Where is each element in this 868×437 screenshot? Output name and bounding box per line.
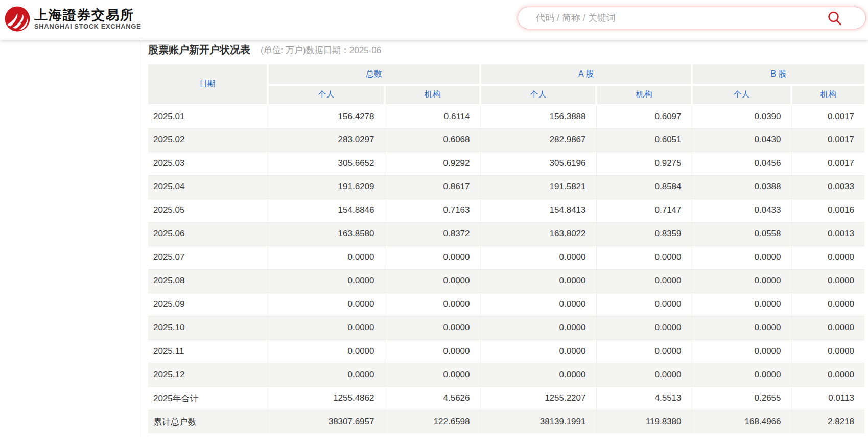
header-a-institution: 机构 — [596, 85, 692, 105]
value-cell: 0.0000 — [692, 293, 791, 316]
logo-text: 上海證券交易所 SHANGHAI STOCK EXCHANGE — [34, 8, 141, 30]
value-cell: 2.8218 — [791, 410, 864, 433]
value-cell: 0.8372 — [385, 222, 480, 246]
value-cell: 0.0000 — [596, 293, 692, 316]
logo-title-cn: 上海證券交易所 — [34, 8, 141, 22]
value-cell: 0.0000 — [480, 293, 596, 316]
value-cell: 305.6196 — [480, 152, 596, 175]
value-cell: 154.8413 — [480, 199, 596, 222]
value-cell: 0.9292 — [385, 152, 480, 175]
value-cell: 0.2655 — [692, 386, 791, 410]
date-cell: 2025.11 — [148, 339, 268, 363]
date-cell: 累计总户数 — [148, 410, 268, 433]
table-row: 2025.070.00000.00000.00000.00000.00000.0… — [148, 246, 864, 269]
value-cell: 191.6209 — [268, 175, 385, 199]
value-cell: 0.0000 — [791, 246, 864, 269]
table-row: 2025.03305.66520.9292305.61960.92750.045… — [148, 152, 864, 175]
value-cell: 0.0000 — [791, 316, 864, 339]
value-cell: 0.0000 — [596, 269, 692, 293]
value-cell: 119.8380 — [596, 410, 692, 433]
value-cell: 0.6097 — [596, 105, 692, 128]
value-cell: 0.0000 — [385, 293, 480, 316]
value-cell: 0.6114 — [385, 105, 480, 128]
date-cell: 2025.12 — [148, 363, 268, 386]
value-cell: 0.0000 — [268, 316, 385, 339]
value-cell: 168.4966 — [692, 410, 791, 433]
date-cell: 2025.04 — [148, 175, 268, 199]
value-cell: 0.0000 — [791, 339, 864, 363]
value-cell: 156.3888 — [480, 105, 596, 128]
value-cell: 163.8580 — [268, 222, 385, 246]
value-cell: 38139.1991 — [480, 410, 596, 433]
value-cell: 1255.2207 — [480, 386, 596, 410]
value-cell: 0.0017 — [791, 105, 864, 128]
table-row: 2025.110.00000.00000.00000.00000.00000.0… — [148, 339, 864, 363]
date-cell: 2025.03 — [148, 152, 268, 175]
table-row: 2025年合计1255.48624.56261255.22074.55130.2… — [148, 386, 864, 410]
value-cell: 1255.4862 — [268, 386, 385, 410]
value-cell: 0.0013 — [791, 222, 864, 246]
header-b-institution: 机构 — [791, 85, 864, 105]
date-cell: 2025.07 — [148, 246, 268, 269]
value-cell: 282.9867 — [480, 128, 596, 152]
date-cell: 2025.05 — [148, 199, 268, 222]
value-cell: 122.6598 — [385, 410, 480, 433]
search-box — [518, 7, 866, 29]
search-button[interactable] — [827, 10, 843, 27]
title-bar: 股票账户新开户状况表 (单位: 万户)数据日期：2025-06 — [148, 43, 864, 64]
sse-logo[interactable]: 上海證券交易所 SHANGHAI STOCK EXCHANGE — [4, 6, 141, 32]
date-cell: 2025.01 — [148, 105, 268, 128]
value-cell: 283.0297 — [268, 128, 385, 152]
value-cell: 0.0017 — [791, 152, 864, 175]
header-group-total: 总数 — [268, 64, 480, 85]
value-cell: 0.0000 — [692, 316, 791, 339]
header-group-a-share: A 股 — [480, 64, 692, 85]
value-cell: 0.0000 — [692, 339, 791, 363]
header-date: 日期 — [148, 64, 268, 105]
date-cell: 2025年合计 — [148, 386, 268, 410]
table-row: 2025.090.00000.00000.00000.00000.00000.0… — [148, 293, 864, 316]
table-row: 2025.01156.42780.6114156.38880.60970.039… — [148, 105, 864, 128]
value-cell: 0.0016 — [791, 199, 864, 222]
table-row: 2025.100.00000.00000.00000.00000.00000.0… — [148, 316, 864, 339]
value-cell: 156.4278 — [268, 105, 385, 128]
search-icon — [827, 10, 843, 27]
value-cell: 0.0558 — [692, 222, 791, 246]
value-cell: 0.0000 — [268, 246, 385, 269]
header-b-personal: 个人 — [692, 85, 791, 105]
value-cell: 0.0017 — [791, 128, 864, 152]
table-row: 2025.080.00000.00000.00000.00000.00000.0… — [148, 269, 864, 293]
value-cell: 154.8846 — [268, 199, 385, 222]
page-subtitle: (单位: 万户)数据日期：2025-06 — [261, 44, 381, 56]
value-cell: 0.7147 — [596, 199, 692, 222]
value-cell: 0.0033 — [791, 175, 864, 199]
header-total-personal: 个人 — [268, 85, 385, 105]
content-area: 股票账户新开户状况表 (单位: 万户)数据日期：2025-06 日期 总数 A … — [0, 40, 868, 437]
logo-title-en: SHANGHAI STOCK EXCHANGE — [34, 22, 141, 30]
header-total-institution: 机构 — [385, 85, 480, 105]
search-input[interactable] — [536, 7, 822, 29]
table-row: 2025.04191.62090.8617191.58210.85840.038… — [148, 175, 864, 199]
date-cell: 2025.09 — [148, 293, 268, 316]
value-cell: 0.0000 — [692, 246, 791, 269]
table-head: 日期 总数 A 股 B 股 个人 机构 个人 机构 个人 机构 — [148, 64, 864, 105]
value-cell: 0.7163 — [385, 199, 480, 222]
date-cell: 2025.02 — [148, 128, 268, 152]
value-cell: 0.0000 — [791, 363, 864, 386]
value-cell: 0.0000 — [791, 293, 864, 316]
value-cell: 0.0000 — [268, 363, 385, 386]
value-cell: 0.6051 — [596, 128, 692, 152]
value-cell: 0.0000 — [480, 363, 596, 386]
value-cell: 0.0000 — [385, 269, 480, 293]
table-row: 2025.02283.02970.6068282.98670.60510.043… — [148, 128, 864, 152]
value-cell: 0.0000 — [268, 269, 385, 293]
page-title: 股票账户新开户状况表 — [148, 43, 250, 57]
value-cell: 0.0000 — [385, 246, 480, 269]
value-cell: 0.6068 — [385, 128, 480, 152]
value-cell: 0.0390 — [692, 105, 791, 128]
sidebar-divider — [139, 40, 139, 437]
value-cell: 0.0000 — [268, 293, 385, 316]
accounts-table: 日期 总数 A 股 B 股 个人 机构 个人 机构 个人 机构 2025.011… — [148, 64, 864, 433]
value-cell: 4.5513 — [596, 386, 692, 410]
value-cell: 0.9275 — [596, 152, 692, 175]
